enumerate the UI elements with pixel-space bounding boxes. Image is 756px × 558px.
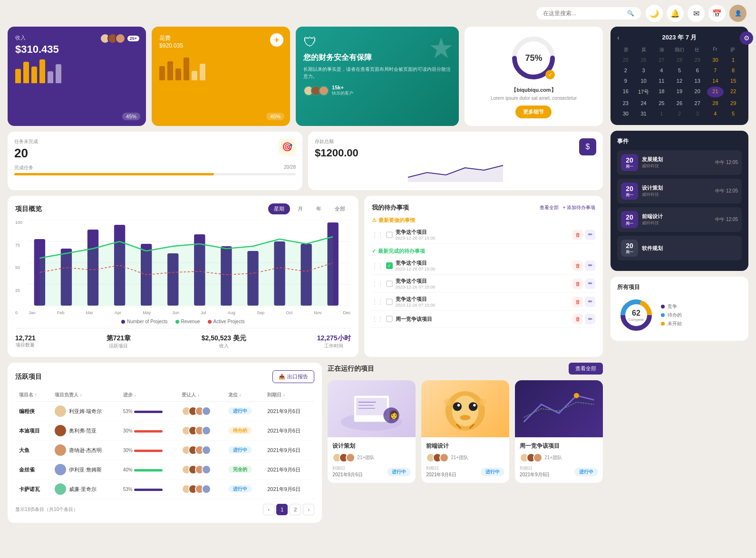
- cal-day-22[interactable]: 17号: [635, 87, 652, 97]
- stat-label-count: 项目数量: [15, 342, 36, 348]
- tab-week[interactable]: 星期: [268, 203, 290, 214]
- view-all-todo[interactable]: 查看全部: [540, 204, 559, 211]
- todo-edit-3[interactable]: ✏: [585, 297, 595, 307]
- cal-day-7[interactable]: 2: [617, 66, 634, 75]
- cal-day-1[interactable]: 26: [635, 55, 652, 65]
- todo-checkbox-3[interactable]: [386, 298, 393, 305]
- cal-day-36[interactable]: 31: [635, 109, 652, 118]
- calendar-icon[interactable]: 📅: [708, 5, 726, 22]
- event-num-2: 20: [626, 185, 633, 192]
- page-1-button[interactable]: 1: [276, 504, 288, 515]
- page-2-button[interactable]: 2: [290, 504, 301, 515]
- prev-page-button[interactable]: ‹: [263, 504, 274, 515]
- add-expense-button[interactable]: +: [270, 33, 283, 47]
- cal-day-30[interactable]: 25: [653, 98, 670, 108]
- cal-day-34[interactable]: 29: [725, 98, 742, 108]
- search-box[interactable]: 🔍: [536, 7, 641, 19]
- cal-day-35[interactable]: 30: [617, 109, 634, 118]
- more-details-button[interactable]: 更多细节: [515, 106, 552, 118]
- cal-day-3[interactable]: 28: [671, 55, 688, 65]
- cal-day-40[interactable]: 4: [707, 109, 724, 118]
- proj-name-1: 本迪项目: [19, 428, 40, 433]
- cal-prev-button[interactable]: ‹: [617, 34, 620, 41]
- todo-edit-done-1[interactable]: ✏: [585, 260, 595, 271]
- calendar-settings-button[interactable]: ⚙: [740, 31, 753, 45]
- drag-handle-1[interactable]: ⋮⋮: [372, 231, 383, 238]
- tab-all[interactable]: 全部: [329, 203, 351, 214]
- status-compete: 进行中: [574, 468, 598, 476]
- cal-day-4[interactable]: 29: [689, 55, 706, 65]
- running-info-design: 设计策划 21+团队: [328, 437, 416, 483]
- cal-day-17[interactable]: 12: [671, 76, 688, 86]
- todo-edit-4[interactable]: ✏: [585, 314, 595, 324]
- progress-bar-outer: [14, 173, 296, 175]
- stat-active: 第721章 活跃项目: [107, 334, 131, 349]
- todo-checkbox-2[interactable]: [386, 280, 393, 287]
- drag-handle-3[interactable]: ⋮⋮: [372, 298, 383, 305]
- todo-checkbox-done-1[interactable]: ✓: [386, 262, 393, 269]
- search-input[interactable]: [543, 10, 623, 17]
- cal-day-5[interactable]: 30: [707, 55, 724, 65]
- add-todo[interactable]: + 添加待办事项: [562, 204, 595, 211]
- cal-day-2[interactable]: 27: [653, 55, 670, 65]
- cal-day-14[interactable]: 9: [617, 76, 634, 86]
- next-page-button[interactable]: ›: [303, 504, 314, 515]
- cal-day-25[interactable]: 20: [689, 87, 706, 97]
- cal-day-26[interactable]: 21: [707, 87, 724, 97]
- cal-day-24[interactable]: 19: [671, 87, 688, 97]
- cal-day-12[interactable]: 7: [707, 66, 724, 75]
- export-report-button[interactable]: 📤 出口报告: [272, 370, 314, 383]
- cal-day-18[interactable]: 13: [689, 76, 706, 86]
- user-avatar[interactable]: 👤: [729, 5, 746, 22]
- cell-progress-4: 53%: [119, 480, 178, 499]
- cal-day-38[interactable]: 2: [671, 109, 688, 118]
- cal-day-6[interactable]: 1: [725, 55, 742, 65]
- todo-delete-done-1[interactable]: 🗑: [572, 260, 583, 271]
- cal-day-32[interactable]: 27: [689, 98, 706, 108]
- running-card-compete: 周一竞争该项目 21+团队: [515, 380, 603, 483]
- cal-day-29[interactable]: 24: [635, 98, 652, 108]
- drag-handle-4[interactable]: ⋮⋮: [372, 316, 383, 322]
- view-all-running-button[interactable]: 查看全部: [569, 363, 603, 375]
- cal-day-20[interactable]: 15: [725, 76, 742, 86]
- todo-delete-4[interactable]: 🗑: [572, 314, 583, 324]
- date-val-design: 2021年9月6日: [332, 471, 362, 478]
- todo-delete-1[interactable]: 🗑: [572, 230, 583, 240]
- todo-delete-3[interactable]: 🗑: [572, 297, 583, 307]
- notification-bell[interactable]: 🔔: [667, 5, 684, 22]
- cal-day-10[interactable]: 5: [671, 66, 688, 75]
- cal-day-16[interactable]: 11: [653, 76, 670, 86]
- todo-checkbox-4[interactable]: [386, 316, 393, 322]
- cal-day-41[interactable]: 5: [725, 109, 742, 118]
- cell-status-1: 待办的: [224, 421, 263, 441]
- tab-month[interactable]: 月: [292, 203, 309, 214]
- todo-edit-2[interactable]: ✏: [585, 279, 595, 289]
- todo-edit-1[interactable]: ✏: [585, 230, 595, 240]
- todo-delete-2[interactable]: 🗑: [572, 279, 583, 289]
- cell-assignees-4: [178, 480, 224, 499]
- mail-icon[interactable]: ✉: [688, 5, 705, 22]
- cal-day-21[interactable]: 16: [617, 87, 634, 97]
- theme-toggle[interactable]: 🌙: [646, 5, 663, 22]
- drag-handle-2[interactable]: ⋮⋮: [372, 280, 383, 287]
- event-item-4: 20 周一 软件规划: [617, 236, 742, 260]
- cal-day-0[interactable]: 25: [617, 55, 634, 65]
- cal-day-19[interactable]: 14: [707, 76, 724, 86]
- cal-day-37[interactable]: 1: [653, 109, 670, 118]
- cal-day-11[interactable]: 6: [689, 66, 706, 75]
- cal-day-23[interactable]: 18: [653, 87, 670, 97]
- cal-day-13[interactable]: 8: [725, 66, 742, 75]
- cal-day-8[interactable]: 3: [635, 66, 652, 75]
- cal-day-27[interactable]: 22: [725, 87, 742, 97]
- drag-handle-done-1[interactable]: ⋮⋮: [372, 262, 383, 269]
- cal-day-28[interactable]: 23: [617, 98, 634, 108]
- cal-day-9[interactable]: 4: [653, 66, 670, 75]
- donut-center: 62 Compete: [629, 309, 644, 322]
- tab-year[interactable]: 年: [310, 203, 327, 214]
- cal-day-31[interactable]: 26: [671, 98, 688, 108]
- cal-day-15[interactable]: 10: [635, 76, 652, 86]
- expense-label: 花费: [159, 34, 282, 42]
- cal-day-39[interactable]: 3: [689, 109, 706, 118]
- cal-day-33[interactable]: 28: [707, 98, 724, 108]
- todo-checkbox-1[interactable]: [386, 231, 393, 238]
